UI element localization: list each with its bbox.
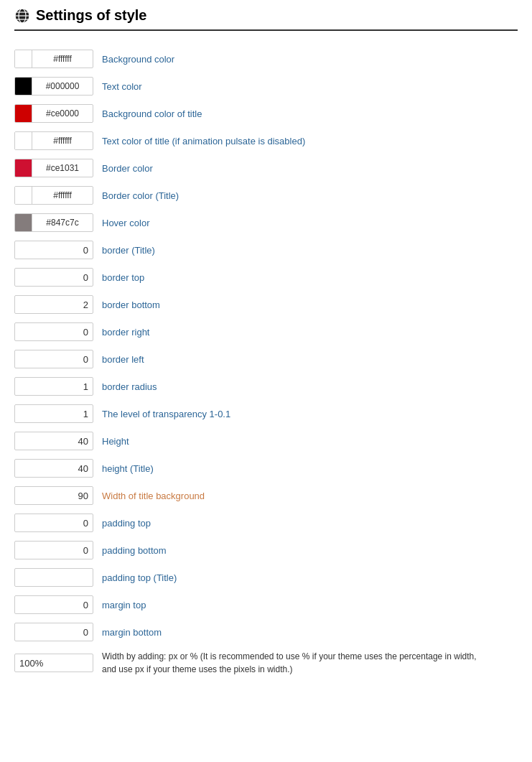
settings-row: padding top (Title)	[14, 564, 518, 591]
color-swatch	[15, 187, 32, 204]
settings-row: #ffffff Text color of title (if animatio…	[14, 127, 518, 154]
number-input[interactable]	[14, 322, 93, 341]
settings-row: padding top	[14, 509, 518, 536]
color-value: #847c7c	[32, 218, 93, 228]
settings-row: #ffffff Border color (Title)	[14, 182, 518, 209]
color-swatch	[15, 132, 32, 149]
setting-label: border bottom	[102, 299, 160, 310]
color-control[interactable]: #ce0000	[14, 104, 93, 123]
settings-row: Width of title background	[14, 482, 518, 509]
setting-label: padding top	[102, 518, 151, 529]
settings-row: border radius	[14, 373, 518, 400]
color-control[interactable]: #ffffff	[14, 131, 93, 150]
setting-label: Border color	[102, 163, 153, 174]
settings-row: height (Title)	[14, 455, 518, 482]
color-value: #ffffff	[32, 54, 93, 64]
globe-icon	[14, 8, 30, 24]
setting-label: Background color of title	[102, 108, 202, 119]
number-input[interactable]	[14, 350, 93, 368]
settings-row: #ce1031 Border color	[14, 154, 518, 182]
setting-label: The level of transparency 1-0.1	[102, 409, 230, 419]
number-input[interactable]	[14, 595, 93, 614]
settings-row: border bottom	[14, 291, 518, 318]
number-input[interactable]	[14, 514, 93, 532]
color-swatch	[15, 159, 32, 177]
setting-label: padding bottom	[102, 545, 167, 556]
settings-row: #ffffff Background color	[14, 45, 518, 73]
color-value: #000000	[32, 81, 93, 91]
page-header: Settings of style	[14, 7, 518, 31]
settings-row: #ce0000 Background color of title	[14, 100, 518, 127]
color-swatch	[15, 105, 32, 122]
setting-label: height (Title)	[102, 463, 154, 474]
setting-label: padding top (Title)	[102, 572, 177, 583]
number-input[interactable]	[14, 268, 93, 287]
color-control[interactable]: #ffffff	[14, 50, 93, 68]
settings-row: #847c7c Hover color	[14, 209, 518, 236]
color-value: #ce0000	[32, 108, 93, 119]
settings-row: Height	[14, 427, 518, 455]
setting-label: border (Title)	[102, 245, 155, 256]
settings-row: margin top	[14, 591, 518, 618]
settings-row: border left	[14, 345, 518, 373]
setting-label: border left	[102, 354, 144, 365]
setting-label: margin bottom	[102, 627, 162, 638]
setting-label: border radius	[102, 381, 157, 392]
settings-row: Width by adding: px or % (It is recommen…	[14, 646, 518, 680]
number-input[interactable]	[14, 432, 93, 450]
number-input[interactable]	[14, 623, 93, 641]
number-input[interactable]	[14, 541, 93, 559]
number-input[interactable]	[14, 486, 93, 505]
color-value: #ffffff	[32, 136, 93, 146]
text-input[interactable]	[14, 654, 93, 672]
number-input[interactable]	[14, 377, 93, 396]
color-control[interactable]: #ce1031	[14, 159, 93, 177]
color-value: #ce1031	[32, 163, 93, 173]
settings-row: border right	[14, 318, 518, 345]
setting-label: Background color	[102, 54, 174, 65]
color-swatch	[15, 50, 32, 68]
text-input[interactable]	[14, 568, 93, 587]
color-control[interactable]: #000000	[14, 77, 93, 96]
settings-list: #ffffff Background color #000000 Text co…	[14, 45, 518, 680]
setting-label: border right	[102, 327, 149, 338]
settings-row: The level of transparency 1-0.1	[14, 400, 518, 427]
setting-label: Height	[102, 436, 129, 447]
setting-label: margin top	[102, 600, 146, 610]
number-input[interactable]	[14, 295, 93, 314]
settings-row: border (Title)	[14, 236, 518, 264]
setting-label: Hover color	[102, 218, 149, 228]
number-input[interactable]	[14, 404, 93, 423]
color-control[interactable]: #ffffff	[14, 186, 93, 205]
setting-label: border top	[102, 272, 144, 283]
setting-label: Border color (Title)	[102, 190, 179, 201]
setting-label: Width by adding: px or % (It is recommen…	[102, 650, 477, 676]
setting-label: Width of title background	[102, 491, 205, 501]
color-swatch	[15, 78, 32, 95]
setting-label: Text color	[102, 81, 142, 92]
setting-label: Text color of title (if animation pulsat…	[102, 136, 305, 147]
number-input[interactable]	[14, 241, 93, 259]
settings-row: border top	[14, 264, 518, 291]
color-swatch	[15, 214, 32, 231]
color-value: #ffffff	[32, 190, 93, 200]
settings-row: #000000 Text color	[14, 73, 518, 100]
number-input[interactable]	[14, 459, 93, 478]
settings-row: margin bottom	[14, 618, 518, 646]
color-control[interactable]: #847c7c	[14, 213, 93, 232]
page-title: Settings of style	[36, 7, 146, 24]
settings-row: padding bottom	[14, 536, 518, 564]
